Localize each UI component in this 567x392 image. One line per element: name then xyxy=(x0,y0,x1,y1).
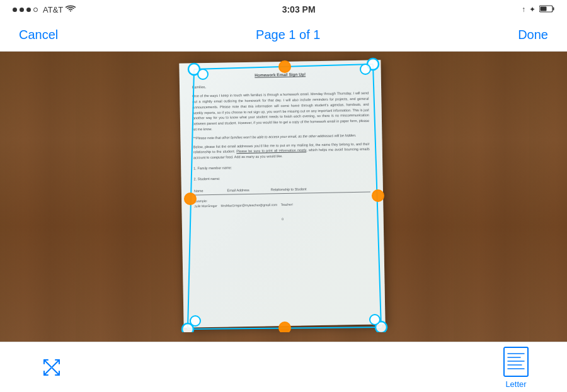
doc-body-3: Below, please list the email addresses y… xyxy=(193,141,370,160)
document-container: Homework Email Sign Up! Families, One of… xyxy=(176,55,391,332)
page-title: Page 1 of 1 xyxy=(256,28,320,42)
letter-icon xyxy=(503,346,529,378)
svg-rect-1 xyxy=(553,7,554,10)
doc-page-num: 0 xyxy=(195,215,371,223)
signal-dot-3 xyxy=(26,8,31,12)
svg-line-22 xyxy=(52,368,59,375)
svg-line-21 xyxy=(44,368,51,375)
battery-icon xyxy=(539,5,554,14)
status-bar: AT&T 3:03 PM ↑ ✦ xyxy=(0,0,567,19)
status-right: ↑ ✦ xyxy=(522,5,554,14)
doc-note: **Please note that other families won't … xyxy=(193,132,369,141)
svg-rect-2 xyxy=(541,6,547,11)
doc-fields: 1. Family member name: 2. Student name: xyxy=(193,162,370,181)
doc-example: Example: Julie MacGregor MrsMacGregor@my… xyxy=(194,195,370,208)
cancel-button[interactable]: Cancel xyxy=(19,28,58,42)
document-paper: Homework Email Sign Up! Families, One of… xyxy=(179,60,385,328)
signal-dot-1 xyxy=(13,8,17,12)
scan-area: Homework Email Sign Up! Families, One of… xyxy=(0,52,567,342)
status-time: 3:03 PM xyxy=(282,4,316,14)
doc-field-2: 2. Student name: xyxy=(193,173,370,182)
nav-bar: Cancel Page 1 of 1 Done xyxy=(0,19,567,52)
status-left: AT&T xyxy=(13,5,76,14)
svg-rect-23 xyxy=(504,347,528,376)
expand-arrows-icon xyxy=(38,354,66,381)
letter-size-button[interactable]: Letter xyxy=(503,346,529,389)
signal-dot-4 xyxy=(33,8,38,12)
doc-salutation: Families, xyxy=(192,81,369,90)
doc-title: Homework Email Sign Up! xyxy=(192,70,369,79)
arrow-up-icon: ↑ xyxy=(522,5,525,14)
done-button[interactable]: Done xyxy=(518,28,548,42)
wifi-icon xyxy=(66,5,76,14)
letter-label: Letter xyxy=(505,379,526,389)
signal-dot-2 xyxy=(20,8,24,12)
bottom-toolbar: Letter xyxy=(0,342,567,392)
svg-line-5 xyxy=(188,327,381,329)
doc-table-header: Name Email Address Relationship to Stude… xyxy=(194,185,370,196)
svg-line-19 xyxy=(44,360,51,367)
doc-body-1: One of the ways I keep in touch with fam… xyxy=(192,90,369,132)
bluetooth-icon: ✦ xyxy=(529,5,536,14)
carrier-label: AT&T xyxy=(43,5,63,14)
svg-line-20 xyxy=(52,360,59,367)
doc-field-1: 1. Family member name: xyxy=(193,162,370,171)
expand-button[interactable] xyxy=(38,354,66,381)
